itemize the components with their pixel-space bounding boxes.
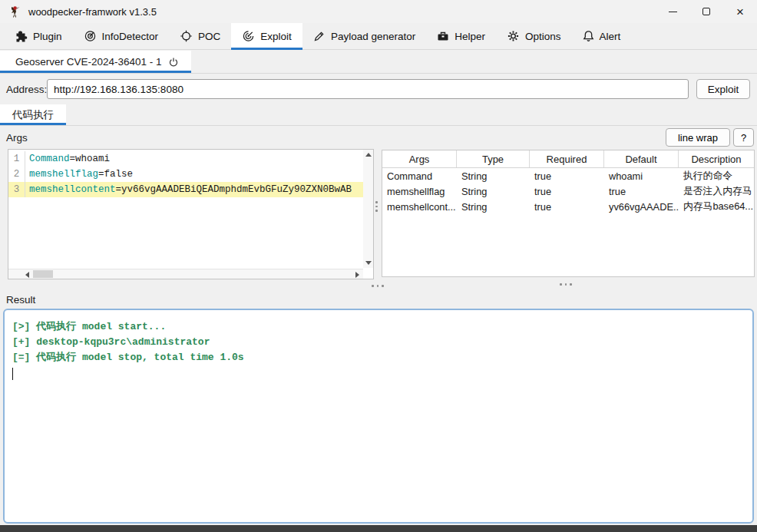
session-tab-label: Geoserver CVE-2024-36401 - 1: [15, 56, 162, 68]
cell-required: true: [530, 186, 604, 197]
line-number: 3: [8, 182, 25, 197]
scroll-up-icon[interactable]: [365, 153, 372, 157]
cell-default: true: [604, 186, 679, 197]
help-button[interactable]: ?: [733, 128, 754, 147]
gear-icon: [507, 30, 520, 42]
cell-description: 是否注入内存马: [679, 185, 754, 198]
horizontal-splitter-handle-left[interactable]: [372, 285, 384, 287]
result-console[interactable]: [>] 代码执行 model start... [+] desktop-kqpu…: [3, 309, 754, 524]
cell-required: true: [530, 170, 604, 182]
cell-arg: Command: [382, 170, 457, 182]
col-description: Description: [679, 150, 754, 167]
cell-type: String: [457, 186, 530, 197]
tab-code-execution[interactable]: 代码执行: [0, 104, 66, 125]
result-title: Result: [6, 294, 35, 306]
editor-vertical-scrollbar[interactable]: [363, 150, 373, 268]
radar-icon: [84, 30, 97, 42]
woodpecker-logo-icon: [8, 5, 22, 18]
session-tab-geoserver[interactable]: Geoserver CVE-2024-36401 - 1: [0, 51, 191, 73]
window-bottom-edge: [0, 525, 757, 532]
scrollbar-thumb[interactable]: [33, 270, 53, 278]
minimize-button[interactable]: [656, 0, 689, 23]
arg-key: memshellflag: [29, 169, 98, 180]
arg-key: memshellcontent: [29, 184, 116, 195]
cell-description: 内存马base64...: [679, 200, 754, 213]
tab-poc[interactable]: POC: [169, 23, 231, 49]
console-line: [+] desktop-kqpu3rc\administrator: [12, 335, 745, 350]
tab-infodetector-label: InfoDetector: [102, 31, 159, 42]
arg-value: =yv66vgAAADEBiQEADmphdmEvbGFuZy90ZXN0BwA…: [116, 184, 352, 195]
table-row[interactable]: memshellcont... String true yv66vgAAADE.…: [382, 199, 754, 214]
col-default: Default: [604, 150, 679, 167]
session-tab-bar: Geoserver CVE-2024-36401 - 1: [0, 51, 757, 74]
bell-icon: [583, 30, 594, 42]
cell-arg: memshellcont...: [382, 201, 457, 213]
tab-plugin[interactable]: Plugin: [5, 23, 73, 49]
cell-arg: memshellflag: [382, 186, 457, 197]
tab-options-label: Options: [525, 31, 561, 42]
arg-value: =false: [98, 169, 133, 180]
tab-helper-label: Helper: [455, 31, 485, 42]
window-title: woodpecker-framwork v1.3.5: [28, 6, 157, 18]
app-window: woodpecker-framwork v1.3.5 × Plugin Info…: [0, 0, 757, 532]
address-input[interactable]: [47, 79, 689, 99]
console-line: [=] 代码执行 model stop, total time 1.0s: [12, 350, 745, 365]
tab-payload-generator-label: Payload generator: [331, 31, 415, 42]
title-bar: woodpecker-framwork v1.3.5 ×: [0, 0, 757, 23]
tab-options[interactable]: Options: [496, 23, 572, 49]
cell-description: 执行的命令: [679, 170, 754, 183]
editor-line-1[interactable]: 1Command=whoami: [8, 151, 363, 167]
cell-type: String: [457, 170, 530, 182]
close-button[interactable]: ×: [723, 0, 757, 23]
cell-required: true: [530, 201, 604, 213]
args-table-header: Args Type Required Default Description: [382, 150, 754, 168]
col-type: Type: [457, 150, 530, 167]
horizontal-splitter-handle-right[interactable]: [560, 283, 572, 286]
tab-exploit[interactable]: Exploit: [231, 23, 302, 49]
line-number: 1: [8, 151, 25, 167]
table-row[interactable]: memshellflag String true true 是否注入内存马: [382, 183, 754, 199]
scroll-down-icon[interactable]: [365, 261, 372, 265]
tab-alert-label: Alert: [600, 31, 621, 42]
arg-key: Command: [29, 154, 70, 164]
args-header: Args line wrap ?: [0, 126, 757, 149]
maximize-icon: [702, 8, 710, 15]
tab-exploit-label: Exploit: [260, 31, 292, 42]
tab-plugin-label: Plugin: [33, 31, 62, 42]
args-editor[interactable]: 1Command=whoami 2memshellflag=false 3mem…: [8, 149, 374, 279]
editor-line-3[interactable]: 3memshellcontent=yv66vgAAADEBiQEADmphdmE…: [8, 182, 363, 197]
address-label: Address:: [6, 84, 47, 95]
tab-infodetector[interactable]: InfoDetector: [73, 23, 170, 49]
line-number: 2: [8, 167, 25, 182]
tab-alert[interactable]: Alert: [572, 23, 632, 49]
cell-type: String: [457, 201, 530, 213]
table-row[interactable]: Command String true whoami 执行的命令: [382, 168, 754, 183]
col-required: Required: [530, 150, 604, 167]
col-args: Args: [382, 150, 457, 167]
power-icon[interactable]: [168, 57, 179, 68]
tab-payload-generator[interactable]: Payload generator: [302, 23, 426, 49]
scroll-right-icon[interactable]: [355, 272, 359, 278]
pencil-icon: [313, 30, 326, 42]
cell-default: yv66vgAAADE...: [604, 201, 679, 213]
tab-code-execution-label: 代码执行: [12, 108, 54, 122]
toolbox-icon: [437, 30, 449, 42]
maximize-button[interactable]: [689, 0, 723, 23]
cell-default: whoami: [604, 170, 679, 182]
vertical-splitter-handle[interactable]: [375, 201, 378, 212]
exploit-button[interactable]: Exploit: [696, 79, 750, 99]
editor-line-2[interactable]: 2memshellflag=false: [8, 167, 363, 182]
console-line: [>] 代码执行 model start...: [12, 319, 745, 335]
scroll-left-icon[interactable]: [25, 272, 29, 278]
close-icon: ×: [736, 5, 744, 18]
arg-value: =whoami: [70, 154, 111, 164]
address-bar: Address: Exploit: [0, 74, 757, 104]
editor-horizontal-scrollbar[interactable]: [8, 269, 363, 279]
main-tab-bar: Plugin InfoDetector POC Exploit Payload …: [0, 23, 757, 50]
line-wrap-button[interactable]: line wrap: [666, 128, 730, 147]
args-table: Args Type Required Default Description C…: [382, 150, 755, 277]
module-tab-bar: 代码执行: [0, 104, 757, 126]
tab-poc-label: POC: [198, 31, 220, 42]
editor-content[interactable]: 1Command=whoami 2memshellflag=false 3mem…: [8, 151, 363, 268]
tab-helper[interactable]: Helper: [426, 23, 496, 49]
